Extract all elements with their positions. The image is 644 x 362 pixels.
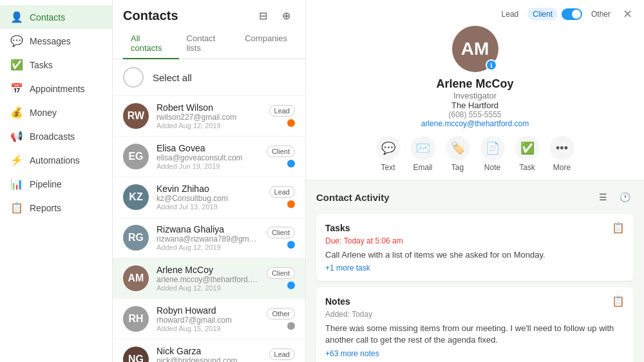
contact-badge-wrap: Client — [267, 227, 295, 249]
contact-dot — [287, 281, 295, 289]
sidebar-item-reports[interactable]: 📋 Reports — [0, 196, 112, 220]
pipeline-icon: 📊 — [10, 178, 23, 190]
action-btn-email[interactable]: ✉️ Email — [411, 136, 435, 172]
contact-row[interactable]: EG Elisa Govea elisa@goveaconsult.com Ad… — [113, 137, 305, 177]
sidebar-label-messages: Messages — [30, 36, 71, 46]
profile-tab-lead[interactable]: Lead — [497, 8, 524, 21]
sidebar-item-contacts[interactable]: 👤 Contacts — [0, 5, 112, 29]
contact-dot — [287, 160, 295, 167]
profile-top-row: LeadClientOther ✕ — [316, 8, 634, 21]
notes-more-link[interactable]: +63 more notes — [325, 349, 379, 358]
contact-dot — [287, 241, 295, 249]
tab-companies[interactable]: Companies — [237, 28, 295, 59]
sidebar-label-pipeline: Pipeline — [30, 179, 62, 189]
sidebar-label-contacts: Contacts — [30, 12, 65, 23]
filter-button[interactable]: ⊟ — [254, 6, 272, 24]
right-panel: LeadClientOther ✕ AM ℹ Arlene McCoy Inve… — [306, 0, 644, 362]
contact-email: kz@Consultbug.com — [156, 194, 261, 203]
action-btn-note[interactable]: 📄 Note — [480, 136, 505, 172]
automations-icon: ⚡ — [10, 154, 23, 166]
sidebar-item-appointments[interactable]: 📅 Appointments — [0, 77, 112, 100]
notes-card: Notes 📋 Added: Today There was some miss… — [316, 287, 634, 362]
task-icon: ✅ — [515, 136, 540, 160]
contact-badge-wrap: Client — [267, 146, 295, 167]
contact-badge-wrap: Lead — [269, 186, 295, 208]
contact-badge: Client — [267, 267, 295, 279]
action-btn-task[interactable]: ✅ Task — [515, 136, 540, 172]
profile-avatar-wrap: AM ℹ — [452, 26, 498, 72]
profile-name: Arlene McCoy — [436, 77, 513, 91]
contact-email: arlene.mccoy@thehartford.com — [156, 275, 259, 284]
contact-row[interactable]: RH Robyn Howard rhoward7@gmail.com Added… — [113, 299, 305, 339]
tab-contact-lists[interactable]: Contact lists — [179, 28, 238, 59]
contact-row[interactable]: RG Rizwana Ghaliya rizwana@rizwana789@gm… — [113, 218, 305, 258]
sidebar-item-automations[interactable]: ⚡ Automations — [0, 148, 112, 172]
sidebar-item-tasks[interactable]: ✅ Tasks — [0, 53, 112, 77]
money-icon: 💰 — [10, 106, 23, 119]
select-all-checkbox[interactable] — [123, 67, 144, 88]
close-profile-button[interactable]: ✕ — [618, 5, 636, 23]
contact-badge-wrap: Other — [267, 308, 295, 330]
sidebar-label-money: Money — [30, 108, 57, 118]
action-btn-more[interactable]: ••• More — [550, 136, 574, 172]
tag-icon: 🏷️ — [446, 136, 470, 160]
sidebar-label-automations: Automations — [30, 155, 80, 166]
notes-card-header: Notes 📋 — [325, 295, 625, 307]
tasks-card-header: Tasks 📋 — [325, 222, 625, 234]
sidebar-item-broadcasts[interactable]: 📢 Broadcasts — [0, 124, 112, 148]
notes-added: Added: Today — [325, 310, 625, 319]
sidebar-label-appointments: Appointments — [30, 84, 85, 94]
contact-row[interactable]: RW Robert Wilson rwilson227@gmail.com Ad… — [113, 96, 305, 137]
tasks-due-value: Today at 5:06 am — [344, 236, 403, 245]
notes-card-icon: 📋 — [612, 295, 625, 307]
contact-badge: Client — [267, 146, 295, 157]
contact-badge-wrap: Lead — [269, 348, 295, 362]
broadcasts-icon: 📢 — [10, 130, 23, 142]
contact-badge: Other — [267, 308, 295, 319]
sidebar-item-pipeline[interactable]: 📊 Pipeline — [0, 172, 112, 196]
contact-email: rwilson227@gmail.com — [156, 113, 261, 122]
activity-header-icons: ☰ 🕐 — [594, 188, 634, 206]
sidebar-item-money[interactable]: 💰 Money — [0, 100, 112, 124]
activity-clock-button[interactable]: 🕐 — [616, 188, 634, 206]
profile-section: LeadClientOther ✕ AM ℹ Arlene McCoy Inve… — [306, 0, 644, 180]
contact-badge: Lead — [269, 186, 295, 198]
tasks-text: Call Arlene with a list of items we she … — [325, 249, 625, 261]
client-toggle[interactable] — [562, 8, 582, 20]
tag-label: Tag — [451, 163, 464, 172]
action-btn-tag[interactable]: 🏷️ Tag — [446, 136, 470, 172]
contact-info: Robert Wilson rwilson227@gmail.com Added… — [156, 102, 261, 129]
activity-list-view-button[interactable]: ☰ — [594, 188, 612, 206]
note-label: Note — [484, 163, 500, 172]
contact-email: nick@bridgesound.com — [156, 356, 261, 362]
contact-row[interactable]: AM Arlene McCoy arlene.mccoy@thehartford… — [113, 258, 305, 299]
text-label: Text — [381, 163, 395, 172]
contact-row[interactable]: KZ Kevin Zhihao kz@Consultbug.com Added … — [113, 177, 305, 218]
notes-text: There was some missing items from our me… — [325, 323, 625, 346]
profile-tab-client[interactable]: Client — [527, 8, 558, 21]
contact-info: Elisa Govea elisa@goveaconsult.com Added… — [156, 143, 259, 170]
contact-avatar: RG — [123, 225, 149, 251]
sidebar-label-reports: Reports — [30, 203, 61, 213]
contact-avatar: EG — [123, 144, 149, 169]
messages-icon: 💬 — [10, 35, 23, 47]
action-btn-text[interactable]: 💬 Text — [376, 136, 401, 172]
profile-email[interactable]: arlene.mccoy@thehartford.com — [421, 119, 529, 128]
contact-avatar: RW — [123, 103, 149, 129]
profile-tab-other[interactable]: Other — [586, 8, 616, 21]
tasks-card-icon: 📋 — [612, 222, 625, 234]
contact-email: rizwana@rizwana789@gmail.com — [156, 234, 259, 243]
contact-name: Arlene McCoy — [156, 265, 259, 275]
sidebar-item-messages[interactable]: 💬 Messages — [0, 29, 112, 53]
task-label: Task — [519, 163, 535, 172]
contact-info: Robyn Howard rhoward7@gmail.com Added Au… — [156, 305, 259, 332]
contact-name: Rizwana Ghaliya — [156, 224, 259, 234]
tab-all-contacts[interactable]: All contacts — [123, 28, 179, 59]
add-contact-button[interactable]: ⊕ — [277, 6, 295, 24]
contact-badge-wrap: Client — [267, 267, 295, 289]
contact-row[interactable]: NG Nick Garza nick@bridgesound.com Added… — [113, 339, 305, 362]
note-icon: 📄 — [480, 136, 505, 160]
tasks-more-link[interactable]: +1 more task — [325, 263, 370, 272]
select-all-row[interactable]: Select all — [113, 59, 305, 96]
action-buttons: 💬 Text ✉️ Email 🏷️ Tag 📄 Note ✅ Task •••… — [376, 136, 574, 172]
